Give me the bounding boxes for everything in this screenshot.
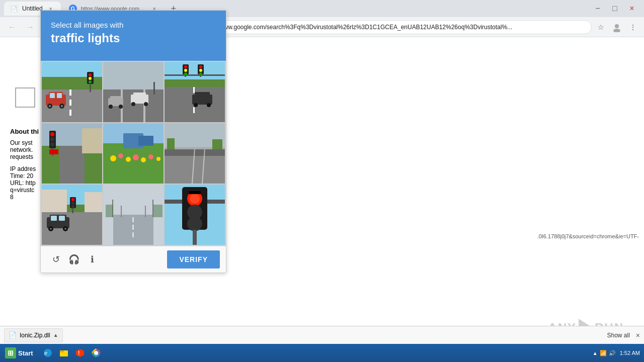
download-item[interactable]: 📄 Ionic.Zip.dll ▲	[4, 328, 63, 342]
svg-point-70	[110, 155, 116, 161]
system-tray: ▲ 📶 🔊	[593, 350, 616, 356]
svg-point-74	[141, 157, 146, 162]
svg-point-94	[71, 198, 74, 201]
svg-point-52	[199, 72, 202, 75]
show-all-button[interactable]: Show all	[607, 332, 629, 339]
download-filename: Ionic.Zip.dll	[20, 332, 50, 339]
page-checkbox[interactable]	[15, 87, 35, 108]
menu-icon[interactable]: ⋮	[626, 20, 640, 34]
svg-point-120	[190, 194, 200, 204]
taskbar-explorer-icon[interactable]	[56, 345, 71, 360]
svg-rect-12	[50, 93, 55, 98]
svg-point-73	[133, 154, 139, 160]
svg-point-132	[94, 351, 98, 355]
svg-point-2	[615, 24, 619, 28]
svg-point-22	[89, 80, 92, 83]
back-button[interactable]: ←	[4, 19, 20, 35]
svg-rect-39	[193, 87, 195, 93]
close-button[interactable]: ×	[624, 1, 640, 17]
download-chevron-icon[interactable]: ▲	[53, 332, 58, 338]
verify-button[interactable]: VERIFY	[167, 250, 220, 268]
captcha-cell-7[interactable]	[42, 185, 102, 245]
svg-point-46	[184, 69, 187, 72]
svg-rect-35	[153, 82, 155, 95]
svg-rect-67	[82, 128, 102, 153]
svg-rect-107	[132, 217, 134, 222]
svg-rect-8	[69, 100, 71, 106]
svg-point-75	[148, 154, 153, 159]
captcha-widget: Select all images with traffic lights	[40, 10, 226, 273]
start-icon: ⊞	[5, 347, 16, 358]
svg-rect-128	[60, 350, 64, 352]
refresh-button[interactable]: ↺	[47, 250, 65, 268]
svg-rect-111	[152, 200, 153, 217]
start-button[interactable]: ⊞ Start	[0, 344, 38, 362]
svg-rect-13	[57, 93, 62, 98]
svg-rect-90	[42, 190, 67, 212]
svg-point-34	[119, 105, 123, 109]
svg-point-20	[89, 73, 92, 76]
taskbar-chrome-icon[interactable]	[89, 345, 104, 360]
taskbar-apps: e !	[38, 345, 106, 360]
svg-point-64	[50, 137, 54, 141]
svg-point-47	[184, 72, 187, 75]
svg-rect-123	[193, 230, 197, 245]
svg-point-96	[71, 205, 74, 208]
url-label: URL: http	[10, 179, 39, 187]
svg-point-76	[156, 157, 160, 161]
svg-point-102	[50, 228, 52, 230]
taskbar-security-icon[interactable]: !	[72, 345, 88, 360]
maximize-button[interactable]: □	[607, 1, 623, 17]
svg-text:e: e	[44, 350, 47, 356]
bookmark-star-icon[interactable]: ☆	[594, 20, 608, 34]
close-download-button[interactable]: ×	[636, 331, 640, 339]
svg-point-95	[71, 202, 74, 205]
captcha-cell-6[interactable]	[165, 123, 225, 184]
about-text2: network.	[10, 146, 39, 153]
captcha-cell-8[interactable]	[103, 185, 164, 245]
svg-point-65	[50, 142, 54, 146]
captcha-cell-2[interactable]	[103, 62, 164, 122]
svg-rect-32	[110, 96, 121, 101]
taskbar-ie-icon[interactable]: e	[40, 345, 55, 360]
svg-rect-66	[49, 149, 58, 154]
tray-arrow[interactable]: ▲	[593, 350, 598, 356]
svg-point-3	[613, 29, 620, 32]
svg-point-51	[199, 69, 202, 72]
svg-rect-78	[138, 136, 153, 146]
svg-rect-42	[165, 74, 225, 76]
svg-point-55	[194, 103, 198, 107]
about-text1: Our syst	[10, 139, 39, 146]
svg-rect-100	[59, 216, 65, 221]
svg-rect-115	[153, 205, 163, 217]
captcha-cell-9[interactable]	[165, 185, 225, 245]
num-label: 8	[10, 194, 39, 201]
svg-point-33	[109, 105, 113, 109]
info-button[interactable]: ℹ	[83, 250, 101, 268]
svg-point-29	[131, 102, 135, 106]
svg-rect-112	[121, 206, 122, 217]
svg-point-17	[61, 105, 63, 107]
taskbar: ⊞ Start e ! ▲ 📶 🔊 1:52 AM	[0, 344, 644, 362]
svg-point-63	[50, 132, 54, 136]
account-icon[interactable]	[610, 20, 624, 34]
audio-button[interactable]: 🎧	[65, 250, 83, 268]
url-hint-text: .0I6.1788j0j7&sourceid=chrome&ie=UTF-	[537, 233, 639, 239]
captcha-cell-1[interactable]	[42, 62, 102, 122]
captcha-cell-4[interactable]	[42, 123, 102, 184]
svg-rect-60	[59, 146, 85, 184]
svg-rect-54	[195, 92, 210, 99]
svg-text:📄: 📄	[11, 6, 18, 12]
svg-rect-108	[132, 225, 134, 230]
svg-point-56	[207, 103, 211, 107]
svg-marker-129	[76, 349, 84, 357]
minimize-button[interactable]: −	[590, 1, 606, 17]
svg-rect-28	[133, 93, 146, 99]
svg-rect-9	[69, 110, 71, 116]
volume-icon: 🔊	[609, 350, 616, 356]
forward-button[interactable]: →	[22, 19, 38, 35]
captcha-cell-3[interactable]	[165, 62, 225, 122]
captcha-cell-5[interactable]	[103, 123, 164, 184]
svg-rect-41	[193, 107, 195, 113]
captcha-header: Select all images with traffic lights	[41, 11, 226, 61]
